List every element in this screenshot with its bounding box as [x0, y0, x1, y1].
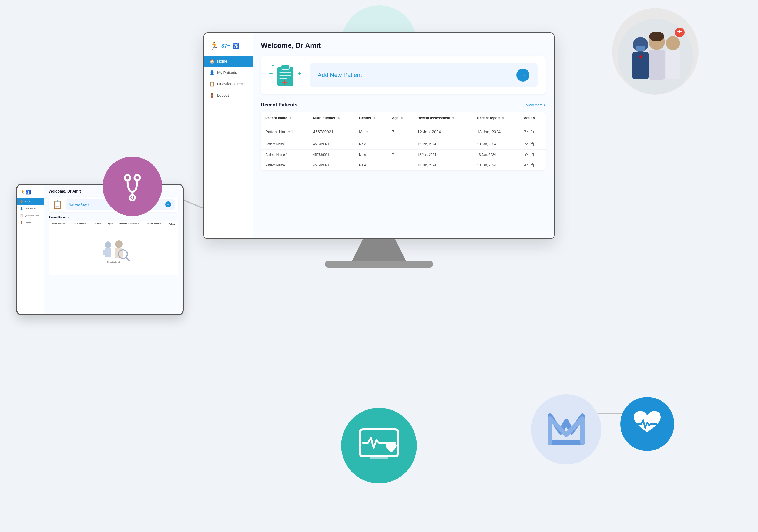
monitor-base — [325, 261, 433, 268]
tablet-arrow-btn[interactable]: → — [165, 201, 171, 207]
heart-circle — [620, 397, 674, 451]
view-more-link[interactable]: View more > — [526, 103, 546, 107]
patients-icon: 👤 — [210, 70, 215, 75]
view-action-icon[interactable]: 👁 — [524, 152, 528, 157]
monitor-health-circle — [341, 408, 417, 483]
tablet-logout-icon: 🚪 — [20, 221, 23, 224]
nav-questionnaires[interactable]: 📋 Questionnaires — [204, 78, 253, 90]
tablet-nav-logout[interactable]: 🚪 Logout — [17, 219, 44, 226]
tablet-clipboard-icon: 📋 — [52, 200, 62, 209]
cell-age: 7 — [388, 124, 413, 139]
cell-report: 13 Jan, 2024 — [473, 124, 519, 139]
tablet-table: Patient name ⇅ NDIS number ⇅ Gender ⇅ Ag… — [49, 221, 178, 276]
home-icon: 🏠 — [210, 59, 215, 64]
cell-patient-name: Patient Name 1 — [261, 160, 309, 171]
logout-icon: 🚪 — [210, 93, 215, 98]
logo-text: 37+ — [221, 43, 230, 49]
cell-ndis: 456789021 — [309, 160, 355, 171]
add-patient-arrow-btn[interactable]: → — [516, 69, 530, 82]
cell-action: 👁 🗑 — [519, 160, 546, 171]
delete-action-icon[interactable]: 🗑 — [531, 129, 535, 134]
tablet-home-label: Home — [24, 200, 30, 203]
svg-point-18 — [131, 197, 133, 199]
tablet-logout-label: Logout — [24, 221, 31, 224]
tablet-screen: 🏃♿ 🏠 Home 👤 My Patients 📋 Questionnaires… — [16, 183, 184, 316]
tablet-no-patients-illustration — [97, 239, 130, 261]
svg-point-34 — [105, 242, 111, 248]
clipboard-icon — [274, 63, 296, 87]
svg-rect-28 — [281, 65, 289, 69]
tablet-col-action: Action — [167, 221, 178, 227]
nav-logout[interactable]: 🚪 Logout — [204, 90, 253, 101]
tablet-nav-home[interactable]: 🏠 Home — [17, 198, 44, 205]
logo-icon: 🏃 — [210, 41, 219, 50]
col-age[interactable]: Age ⇅ — [388, 112, 413, 124]
cell-report: 13 Jan, 2024 — [473, 160, 519, 171]
view-action-icon[interactable]: 👁 — [524, 129, 528, 134]
col-ndis[interactable]: NDIS number ⇅ — [309, 112, 355, 124]
m-logo-icon — [542, 405, 591, 454]
cell-gender: Male — [355, 160, 388, 171]
cell-report: 13 Jan, 2024 — [473, 139, 519, 150]
col-gender[interactable]: Gender ⇅ — [355, 112, 388, 124]
svg-line-41 — [126, 257, 129, 260]
section-title: Recent Patients — [261, 102, 297, 108]
cell-gender: Male — [355, 124, 388, 139]
nav-patients[interactable]: 👤 My Patients — [204, 67, 253, 78]
main-monitor: 🏃 37+ ♿ 🏠 Home 👤 My Patients 📋 Questionn… — [203, 32, 555, 268]
cell-assessment: 12 Jan, 2024 — [413, 124, 473, 139]
cell-action: 👁 🗑 — [519, 124, 546, 139]
tablet-patients-icon: 👤 — [20, 207, 23, 210]
delete-action-icon[interactable]: 🗑 — [531, 142, 535, 147]
tablet-col-report[interactable]: Recent report ⇅ — [145, 221, 167, 227]
delete-action-icon[interactable]: 🗑 — [531, 152, 535, 157]
stethoscope-icon — [114, 167, 151, 205]
col-recent-assessment[interactable]: Recent assessment ⇅ — [413, 112, 473, 124]
nav-patients-label: My Patients — [217, 71, 237, 75]
svg-rect-33 — [282, 82, 288, 83]
cell-age: 7 — [388, 160, 413, 171]
nav-home[interactable]: 🏠 Home — [204, 56, 253, 67]
cell-assessment: 12 Jan, 2024 — [413, 139, 473, 150]
cell-patient-name: Patient Name 1 — [261, 150, 309, 160]
doctor-circle — [612, 8, 699, 94]
monitor-stand — [352, 239, 406, 261]
cell-gender: Male — [355, 139, 388, 150]
svg-rect-10 — [666, 50, 680, 79]
add-patient-right[interactable]: Add New Patient → — [310, 63, 537, 87]
view-action-icon[interactable]: 👁 — [524, 163, 528, 168]
svg-rect-7 — [649, 50, 665, 80]
tablet-nav-patients[interactable]: 👤 My Patients — [17, 205, 44, 212]
tablet-quest-label: Questionnaires — [24, 215, 39, 217]
tablet-patients-label: My Patients — [24, 207, 36, 210]
table-row: Patient Name 1 456789021 Male 7 12 Jan, … — [261, 160, 546, 171]
add-patient-card: + + + Add N — [261, 56, 546, 94]
tablet-col-name[interactable]: Patient name ⇅ — [49, 221, 70, 227]
plus-left: + — [269, 70, 273, 77]
delete-action-icon[interactable]: 🗑 — [531, 163, 535, 168]
tablet-col-assessment[interactable]: Recent assessment ⇅ — [117, 221, 145, 227]
questionnaires-icon: 📋 — [210, 82, 215, 86]
plus-right: + — [298, 70, 301, 77]
cell-assessment: 12 Jan, 2024 — [413, 160, 473, 171]
cell-action: 👁 🗑 — [519, 139, 546, 150]
tablet-col-age[interactable]: Age ⇅ — [106, 221, 118, 227]
tablet-col-gender[interactable]: Gender ⇅ — [91, 221, 106, 227]
doctor-illustration — [618, 19, 693, 94]
nav-questionnaires-label: Questionnaires — [217, 82, 243, 86]
sidebar: 🏃 37+ ♿ 🏠 Home 👤 My Patients 📋 Questionn… — [204, 33, 253, 239]
view-action-icon[interactable]: 👁 — [524, 142, 528, 147]
clipboard-icon-area: + + + — [269, 62, 301, 88]
col-recent-report[interactable]: Recent report ⇅ — [473, 112, 519, 124]
sidebar-logo: 🏃 37+ ♿ — [204, 39, 253, 56]
tablet-nav-quest[interactable]: 📋 Questionnaires — [17, 212, 44, 219]
section-header: Recent Patients View more > — [261, 102, 546, 108]
tablet-logo: 🏃♿ — [17, 188, 44, 198]
svg-rect-29 — [279, 72, 291, 74]
tablet-col-ndis[interactable]: NDIS number ⇅ — [70, 221, 91, 227]
m-logo-circle — [531, 394, 601, 464]
col-patient-name[interactable]: Patient name ⇅ — [261, 112, 309, 124]
tablet-no-patients: No patients yet — [51, 228, 176, 274]
svg-rect-26 — [369, 456, 389, 459]
tablet-no-patients-text: No patients yet — [62, 261, 165, 263]
